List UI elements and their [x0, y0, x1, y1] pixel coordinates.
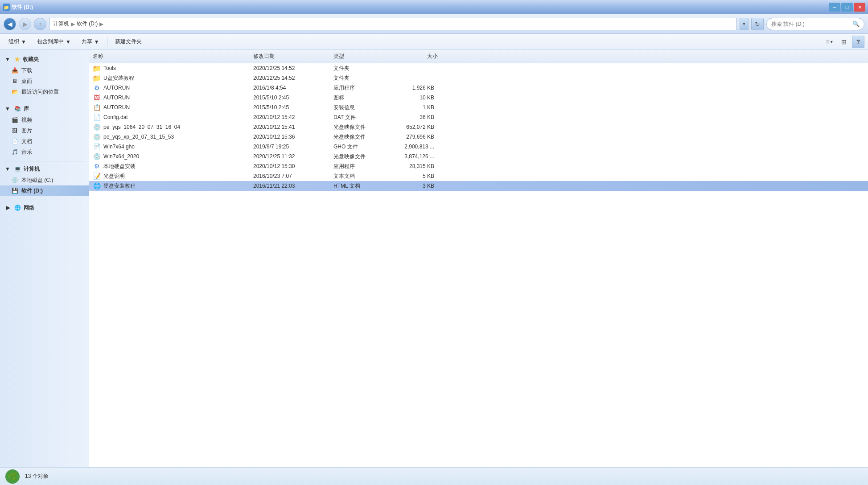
images-label: 图片 [21, 127, 32, 135]
col-header-size[interactable]: 大小 [388, 53, 441, 60]
file-row[interactable]: 📁 Tools 2020/12/25 14:52 文件夹 [89, 63, 868, 73]
file-cell-date: 2016/1/8 4:54 [250, 85, 330, 91]
favorites-header[interactable]: ▼ ★ 收藏夹 [0, 53, 89, 65]
file-cell-date: 2016/11/21 22:03 [250, 183, 330, 189]
forward-button[interactable]: ▶ [19, 18, 31, 30]
file-cell-date: 2015/5/10 2:45 [250, 104, 330, 111]
col-header-name[interactable]: 名称 [89, 53, 250, 60]
file-name: AUTORUN [103, 85, 130, 91]
music-label: 音乐 [21, 148, 32, 156]
file-icon: 💿 [93, 133, 101, 141]
include-library-button[interactable]: 包含到库中 ▼ [32, 36, 76, 48]
sidebar-item-desktop[interactable]: 🖥 桌面 [0, 76, 89, 86]
file-cell-type: HTML 文档 [330, 182, 388, 190]
file-cell-size: 279,696 KB [388, 134, 441, 140]
file-cell-name: ⚙ 本地硬盘安装 [89, 162, 250, 170]
file-cell-type: GHO 文件 [330, 143, 388, 151]
path-sep-2: ▶ [99, 21, 103, 27]
maximize-button[interactable]: □ [841, 3, 853, 12]
file-row[interactable]: ⚙ 本地硬盘安装 2020/10/12 15:30 应用程序 28,315 KB [89, 161, 868, 171]
file-cell-size: 652,072 KB [388, 124, 441, 130]
sidebar-item-local-c[interactable]: 💿 本地磁盘 (C:) [0, 175, 89, 185]
file-cell-size: 1,926 KB [388, 85, 441, 91]
file-row[interactable]: 💿 pe_yqs_1064_20_07_31_16_04 2020/10/12 … [89, 122, 868, 132]
file-row[interactable]: 📄 Win7x64.gho 2019/9/7 19:25 GHO 文件 2,90… [89, 142, 868, 152]
organize-button[interactable]: 组织 ▼ [4, 36, 31, 48]
file-name: Tools [103, 65, 116, 71]
file-row[interactable]: 📄 Config.dat 2020/10/12 15:42 DAT 文件 36 … [89, 112, 868, 122]
col-header-type[interactable]: 类型 [330, 53, 388, 60]
close-button[interactable]: ✕ [854, 3, 865, 12]
sidebar-item-software-d[interactable]: 💾 软件 (D:) [0, 185, 89, 196]
sidebar-item-music[interactable]: 🎵 音乐 [0, 147, 89, 157]
search-icon: 🔍 [852, 21, 860, 27]
sidebar-divider-3 [4, 200, 85, 200]
file-cell-name: 📁 U盘安装教程 [89, 74, 250, 82]
file-icon: 📁 [93, 64, 101, 72]
new-folder-button[interactable]: 新建文件夹 [110, 36, 147, 48]
file-icon: 💿 [93, 123, 101, 131]
file-cell-name: ⚙ AUTORUN [89, 84, 250, 92]
file-cell-date: 2016/10/23 7:07 [250, 173, 330, 179]
file-name: Win7x64.gho [103, 144, 135, 150]
titlebar: 📁 软件 (D:) ─ □ ✕ [0, 0, 868, 14]
refresh-button[interactable]: ↻ [751, 18, 764, 30]
file-cell-type: DAT 文件 [330, 114, 388, 121]
file-cell-size: 5 KB [388, 173, 441, 179]
file-cell-date: 2020/10/12 15:30 [250, 163, 330, 169]
file-area: 名称 修改日期 类型 大小 📁 Tools 2020/12/25 14:52 文… [89, 50, 868, 467]
address-dropdown[interactable]: ▼ [740, 18, 749, 30]
help-button[interactable]: ? [852, 36, 864, 48]
file-icon: 📄 [93, 143, 101, 151]
path-item-drive[interactable]: 软件 (D:) [77, 20, 98, 28]
file-icon: 📁 [93, 74, 101, 82]
file-name: Win7x64_2020 [103, 153, 139, 160]
music-icon: 🎵 [11, 148, 19, 156]
network-header[interactable]: ▶ 🌐 网络 [0, 202, 89, 214]
search-input[interactable] [771, 21, 850, 27]
column-headers: 名称 修改日期 类型 大小 [89, 50, 868, 63]
file-cell-name: 📁 Tools [89, 64, 250, 72]
file-name: 本地硬盘安装 [103, 163, 136, 170]
network-section: ▶ 🌐 网络 [0, 202, 89, 214]
file-cell-type: 光盘映像文件 [330, 153, 388, 160]
toolbar-right: ≡ ▼ ⊞ ? [823, 36, 864, 48]
file-row[interactable]: 🖼 AUTORUN 2015/5/10 2:45 图标 10 KB [89, 93, 868, 103]
sidebar-item-video[interactable]: 🎬 视频 [0, 115, 89, 125]
video-icon: 🎬 [11, 116, 19, 124]
up-button[interactable]: ↑ [34, 18, 46, 30]
share-button[interactable]: 共享 ▼ [77, 36, 104, 48]
sidebar-item-recent[interactable]: 📂 最近访问的位置 [0, 86, 89, 97]
file-cell-name: 📄 Config.dat [89, 113, 250, 121]
file-cell-type: 文件夹 [330, 74, 388, 82]
desktop-label: 桌面 [21, 78, 32, 85]
library-header[interactable]: ▼ 📚 库 [0, 103, 89, 115]
computer-label: 计算机 [24, 165, 40, 173]
file-cell-type: 文本文档 [330, 173, 388, 180]
file-name: 光盘说明 [103, 173, 125, 180]
window-icon: 📁 [3, 4, 10, 11]
col-header-date[interactable]: 修改日期 [250, 53, 330, 60]
net-collapse-icon: ▶ [4, 204, 12, 212]
file-cell-size: 2,900,813 ... [388, 144, 441, 150]
file-row[interactable]: 📁 U盘安装教程 2020/12/25 14:52 文件夹 [89, 73, 868, 83]
sidebar-divider-1 [4, 101, 85, 101]
file-row[interactable]: 📝 光盘说明 2016/10/23 7:07 文本文档 5 KB [89, 171, 868, 181]
file-row[interactable]: 💿 Win7x64_2020 2020/12/25 11:32 光盘映像文件 3… [89, 152, 868, 161]
sidebar-item-docs[interactable]: 📄 文档 [0, 136, 89, 147]
file-row[interactable]: 📋 AUTORUN 2015/5/10 2:45 安装信息 1 KB [89, 103, 868, 112]
back-button[interactable]: ◀ [4, 18, 16, 30]
view-options-button[interactable]: ≡ ▼ [823, 36, 836, 48]
file-row[interactable]: 🌐 硬盘安装教程 2016/11/21 22:03 HTML 文档 3 KB [89, 181, 868, 191]
collapse-icon: ▼ [4, 55, 12, 63]
sidebar-item-images[interactable]: 🖼 图片 [0, 125, 89, 136]
file-row[interactable]: ⚙ AUTORUN 2016/1/8 4:54 应用程序 1,926 KB [89, 83, 868, 93]
sidebar-item-downloads[interactable]: 📥 下载 [0, 65, 89, 76]
computer-header[interactable]: ▼ 💻 计算机 [0, 163, 89, 175]
file-row[interactable]: 💿 pe_yqs_xp_20_07_31_15_53 2020/10/12 15… [89, 132, 868, 142]
path-item-computer[interactable]: 计算机 [53, 20, 69, 28]
search-box: 🔍 [766, 18, 864, 30]
preview-button[interactable]: ⊞ [838, 36, 850, 48]
minimize-button[interactable]: ─ [829, 3, 840, 12]
file-cell-date: 2020/10/12 15:36 [250, 134, 330, 140]
